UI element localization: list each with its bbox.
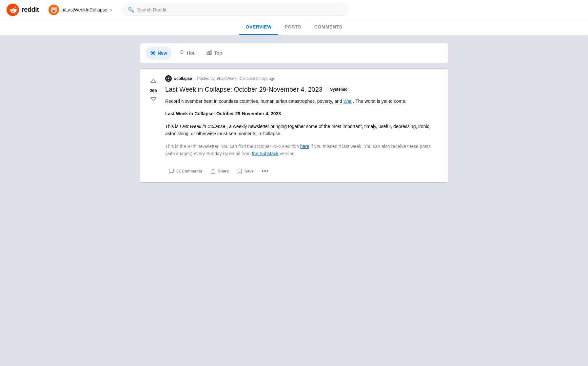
save-icon xyxy=(237,168,243,174)
tab-posts[interactable]: POSTS xyxy=(278,20,308,35)
svg-rect-4 xyxy=(209,51,210,54)
post-body-heading: Last Week in Collapse: October 29-Novemb… xyxy=(165,110,441,117)
sort-hot-button[interactable]: Hot xyxy=(174,47,199,60)
svg-point-7 xyxy=(168,78,169,79)
post-title-row: Last Week in Collapse: October 29-Novemb… xyxy=(165,85,441,94)
downvote-button[interactable] xyxy=(149,94,158,104)
svg-rect-3 xyxy=(207,52,208,55)
share-icon xyxy=(210,168,216,174)
faded-link-substack[interactable]: the Substack xyxy=(252,151,279,156)
user-dropdown[interactable]: 🐷 u/LastWeekInCollapse ∨ xyxy=(44,2,117,17)
username-label: u/LastWeekInCollapse xyxy=(62,7,108,12)
top-icon xyxy=(206,49,212,57)
post-card: 265 xyxy=(140,68,448,183)
post-meta-text: Posted by u/LastWeekInCollapse 2 days ag… xyxy=(197,76,275,81)
post-title[interactable]: Last Week in Collapse: October 29-Novemb… xyxy=(165,85,323,94)
post-body-paragraph: This is Last Week in Collapse , a weekly… xyxy=(165,123,441,137)
faded-text-3: version. xyxy=(280,151,296,156)
sort-hot-label: Hot xyxy=(187,50,194,56)
body-intro-1: This is xyxy=(165,124,178,129)
more-icon: ••• xyxy=(262,168,269,174)
subreddit-name[interactable]: r/collapse xyxy=(174,76,192,81)
reddit-wordmark: reddit xyxy=(22,6,39,13)
reddit-logo-area[interactable]: reddit xyxy=(7,4,39,16)
main-content: ✳ New Hot Top xyxy=(133,35,455,191)
post-description-plain: Record November heat in countless countr… xyxy=(165,99,342,104)
share-label: Share xyxy=(218,169,229,174)
svg-point-1 xyxy=(11,9,12,10)
sort-new-button[interactable]: ✳ New xyxy=(146,46,172,60)
profile-tabs: OVERVIEW POSTS COMMENTS xyxy=(0,20,588,35)
sort-bar: ✳ New Hot Top xyxy=(140,43,448,63)
vote-count: 265 xyxy=(150,88,157,93)
save-button[interactable]: Save xyxy=(233,166,257,177)
post-description-link[interactable]: War xyxy=(343,99,352,104)
share-button[interactable]: Share xyxy=(207,166,232,177)
reddit-alien-icon xyxy=(7,4,19,16)
sort-new-label: New xyxy=(158,50,167,56)
save-label: Save xyxy=(245,169,254,174)
sort-top-button[interactable]: Top xyxy=(202,47,227,60)
svg-rect-5 xyxy=(210,50,211,54)
post-description: Record November heat in countless countr… xyxy=(165,98,441,105)
search-placeholder: Search Reddit xyxy=(137,7,166,12)
comments-label: 31 Comments xyxy=(176,169,202,174)
new-icon: ✳ xyxy=(150,49,156,57)
post-meta: r/collapse · Posted by u/LastWeekInColla… xyxy=(165,75,441,82)
comments-icon xyxy=(168,168,174,174)
hot-icon xyxy=(179,49,185,57)
user-avatar: 🐷 xyxy=(49,5,59,15)
body-intro-italic: Last Week in Collapse xyxy=(180,124,225,129)
post-description-end: . The worst is yet to come. xyxy=(353,99,406,104)
post-content: r/collapse · Posted by u/LastWeekInColla… xyxy=(165,75,441,177)
post-body-faded: This is the 97th newsletter. You can fin… xyxy=(165,143,441,157)
search-bar[interactable]: 🔍 Search Reddit xyxy=(122,4,348,16)
sort-top-label: Top xyxy=(214,50,222,56)
header: reddit 🐷 u/LastWeekInCollapse ∨ 🔍 Search… xyxy=(0,0,588,20)
more-button[interactable]: ••• xyxy=(258,165,272,177)
subreddit-icon xyxy=(165,75,172,82)
search-icon: 🔍 xyxy=(128,7,134,13)
vote-column: 265 xyxy=(147,75,160,177)
svg-point-2 xyxy=(13,9,14,10)
tab-overview[interactable]: OVERVIEW xyxy=(239,20,278,35)
upvote-button[interactable] xyxy=(149,77,158,87)
tab-comments[interactable]: COMMENTS xyxy=(308,20,349,35)
faded-link-here[interactable]: here xyxy=(300,144,309,149)
chevron-down-icon: ∨ xyxy=(110,8,113,12)
post-flair[interactable]: Systemic xyxy=(326,86,351,93)
post-actions: 31 Comments Share Save xyxy=(165,162,441,177)
comments-button[interactable]: 31 Comments xyxy=(165,166,206,177)
meta-dot: · xyxy=(194,76,195,81)
faded-text-1: This is the 97th newsletter. You can fin… xyxy=(165,144,299,149)
